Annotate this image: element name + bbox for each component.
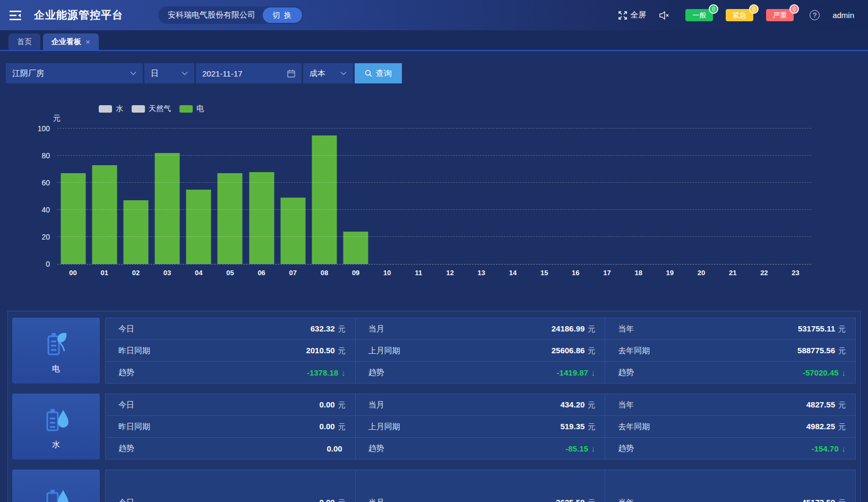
bar-slot xyxy=(623,129,654,264)
bar-slot xyxy=(780,129,811,264)
sidebar-fold-icon[interactable] xyxy=(8,8,22,22)
table-cell: 趋势 -57020.45 ↓ xyxy=(605,362,855,383)
table-cell: 趋势 -154.70 ↓ xyxy=(605,438,855,459)
help-icon[interactable]: ? xyxy=(810,10,820,20)
legend-swatch xyxy=(99,105,112,113)
cell-value: 531755.11 元 xyxy=(798,324,846,334)
cell-value: -85.15 ↓ xyxy=(565,444,595,453)
mute-button[interactable] xyxy=(659,11,669,20)
cell-value: 434.20 元 xyxy=(560,400,595,410)
chevron-down-icon xyxy=(130,71,136,75)
bar xyxy=(186,190,211,264)
page-title: 企业能源管控平台 xyxy=(34,8,123,22)
query-button[interactable]: 查询 xyxy=(355,63,402,83)
cell-value: 0.00 元 xyxy=(319,422,345,432)
cell-label: 去年同期 xyxy=(618,422,650,432)
cell-label: 当月 xyxy=(368,324,384,334)
date-picker[interactable]: 2021-11-17 xyxy=(196,63,302,83)
cell-label: 趋势 xyxy=(118,368,134,378)
bar xyxy=(280,198,305,264)
legend-item[interactable]: 水 xyxy=(99,104,123,114)
alarm-badge[interactable]: 严重 0 xyxy=(766,9,794,21)
x-axis-tick: 18 xyxy=(623,269,654,277)
cell-label: 昨日同期 xyxy=(118,422,150,432)
alarm-badge[interactable]: 紧急 0 xyxy=(726,9,753,21)
table-cell: 去年同期 588775.56 元 xyxy=(605,340,855,362)
metric-select-value: 成本 xyxy=(310,69,325,79)
fullscreen-label: 全屏 xyxy=(630,10,646,20)
y-axis-tick: 60 xyxy=(16,178,50,187)
y-axis-unit-label: 元 xyxy=(53,114,61,123)
user-menu[interactable]: admin xyxy=(832,11,854,20)
legend-item[interactable]: 天然气 xyxy=(132,104,171,114)
energy-cost-chart: 水 天然气 电 元 000102030405060708091011121314… xyxy=(0,90,868,303)
gridline xyxy=(57,182,811,183)
energy-summary-section: 电 今日 632.32 元 昨日同期 2010.50 元 趋势 -1378.18… xyxy=(7,311,861,502)
cell-value: 632.32 元 xyxy=(311,324,346,334)
alarm-count-bubble: 0 xyxy=(709,4,718,14)
site-select-value: 江阴厂房 xyxy=(12,69,44,79)
cell-value: 0.00 xyxy=(326,444,345,453)
card-column: 当年 531755.11 元 去年同期 588775.56 元 趋势 -5702… xyxy=(605,318,855,383)
table-cell: 今日 0.00 元 xyxy=(106,470,355,502)
table-cell: 今日 632.32 元 xyxy=(106,318,355,340)
legend-item[interactable]: 电 xyxy=(179,104,204,114)
card-column: 当年 4827.55 元 去年同期 4982.25 元 趋势 -154.70 ↓ xyxy=(605,394,855,459)
cell-value: 519.35 元 xyxy=(560,422,595,432)
metric-select[interactable]: 成本 xyxy=(303,63,353,83)
cell-label: 昨日同期 xyxy=(118,346,150,356)
alarm-count-bubble: 0 xyxy=(789,4,799,14)
table-cell: 当年 45173.59 元 xyxy=(605,470,855,502)
header-right: 全屏 一般 0 紧急 0 严重 0 ? admin xyxy=(618,9,854,21)
table-cell: 趋势 0.00 xyxy=(106,438,355,459)
calendar-icon xyxy=(287,70,295,78)
cell-label: 当年 xyxy=(618,498,634,502)
legend-swatch xyxy=(132,105,145,113)
cell-value: 0.00 元 xyxy=(319,498,345,502)
x-axis-tick: 01 xyxy=(89,269,120,277)
search-icon xyxy=(365,70,372,77)
battery-leaf-icon xyxy=(40,328,73,361)
period-select[interactable]: 日 xyxy=(144,63,194,83)
cell-label: 今日 xyxy=(118,498,134,502)
fullscreen-button[interactable]: 全屏 xyxy=(618,10,646,20)
site-select[interactable]: 江阴厂房 xyxy=(6,63,143,83)
tab[interactable]: 首页 xyxy=(8,33,40,50)
x-axis-tick: 07 xyxy=(277,269,308,277)
app-header: 企业能源管控平台 安科瑞电气股份有限公司 切 换 全屏 一般 0 紧急 0 严重 xyxy=(0,0,868,30)
table-cell: 趋势 -1419.87 ↓ xyxy=(356,362,605,383)
alarm-badge[interactable]: 一般 0 xyxy=(685,9,713,21)
legend-swatch xyxy=(179,105,193,113)
gridline xyxy=(57,128,811,129)
x-axis-tick: 02 xyxy=(120,269,151,277)
company-name: 安科瑞电气股份有限公司 xyxy=(168,10,255,20)
cell-value: -57020.45 ↓ xyxy=(803,368,846,377)
bar-slot xyxy=(214,129,246,264)
card-column: 今日 0.00 元 昨日同期 0.00 元 趋势 0.00 xyxy=(106,394,356,459)
bar-slot xyxy=(685,129,717,264)
cell-label: 去年同期 xyxy=(618,346,650,356)
table-cell: 昨日同期 0.00 元 xyxy=(106,416,355,438)
energy-card-table: 今日 0.00 元 当月 3625.58 元 当年 45173.59 元 xyxy=(105,470,856,502)
x-axis-tick: 11 xyxy=(403,269,434,277)
y-axis-tick: 20 xyxy=(16,233,50,241)
cell-label: 趋势 xyxy=(118,444,134,454)
x-axis-tick: 19 xyxy=(654,269,685,277)
bar-slot xyxy=(717,129,749,264)
tab[interactable]: 企业看板 × xyxy=(43,33,99,50)
table-cell: 上月同期 25606.86 元 xyxy=(356,340,605,362)
bar xyxy=(249,172,274,264)
bar-slot xyxy=(434,129,466,264)
cell-label: 趋势 xyxy=(368,368,384,378)
bar-slot xyxy=(89,129,120,264)
tab-close-icon[interactable]: × xyxy=(85,37,90,46)
cell-label: 上月同期 xyxy=(368,346,400,356)
x-axis-tick: 16 xyxy=(560,269,591,277)
bar-slot xyxy=(57,129,89,264)
alarm-badge-label: 一般 xyxy=(692,11,706,20)
switch-company-button[interactable]: 切 换 xyxy=(263,7,302,23)
cell-label: 趋势 xyxy=(618,368,634,378)
table-cell: 趋势 -85.15 ↓ xyxy=(356,438,605,459)
gridline xyxy=(57,236,811,237)
legend-label: 水 xyxy=(116,104,123,114)
